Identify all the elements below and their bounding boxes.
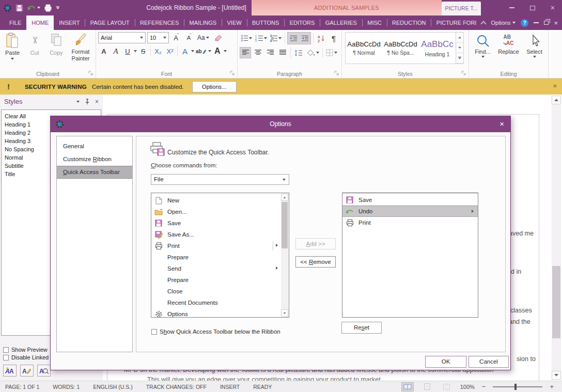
tab-buttons[interactable]: BUTTONS	[247, 15, 284, 30]
web-layout-button[interactable]	[441, 382, 453, 391]
highlight-dropdown-icon[interactable]	[208, 50, 211, 52]
add-button[interactable]: Add >>	[295, 238, 336, 249]
ribbon-minimize-icon[interactable]	[534, 22, 539, 23]
command-send[interactable]: Send	[151, 263, 289, 274]
disable-linked-checkbox-row[interactable]: Disable Linked S	[3, 354, 54, 360]
sort-button[interactable]: AZ	[316, 33, 327, 44]
justify-button[interactable]	[277, 47, 288, 58]
ribbon-close-icon[interactable]: ×	[554, 19, 558, 27]
command-print[interactable]: Print	[151, 240, 289, 252]
ribbon-restore-icon[interactable]	[544, 21, 549, 25]
qat-item-save[interactable]: Save	[342, 194, 478, 206]
customize-qat-button[interactable]	[56, 6, 59, 10]
zoom-slider-thumb[interactable]	[514, 384, 517, 390]
command-options[interactable]: Options	[151, 308, 289, 320]
show-paragraph-marks-button[interactable]: ¶	[328, 33, 339, 44]
show-preview-checkbox[interactable]	[3, 347, 9, 353]
command-open[interactable]: Open...	[151, 206, 289, 217]
help-icon[interactable]: ?	[521, 19, 528, 27]
show-preview-checkbox-row[interactable]: Show Preview	[3, 347, 54, 353]
disable-linked-checkbox[interactable]	[3, 355, 9, 360]
cancel-button[interactable]: Cancel	[469, 356, 509, 368]
nav-general[interactable]: General	[57, 140, 132, 153]
font-color-dropdown-icon[interactable]	[224, 50, 227, 52]
highlight-button[interactable]: ab	[195, 45, 208, 57]
font-dialog-launcher-icon[interactable]	[230, 71, 235, 76]
new-style-button[interactable]: AA	[3, 365, 17, 377]
tab-misc[interactable]: MISC	[362, 15, 387, 30]
qat-item-print[interactable]: Print	[342, 217, 478, 228]
qat-item-undo[interactable]: Undo	[342, 206, 478, 217]
security-close-icon[interactable]: ×	[553, 82, 557, 90]
app-icon[interactable]	[3, 4, 12, 12]
font-color-button[interactable]: A	[212, 45, 223, 57]
superscript-button[interactable]: X²	[164, 45, 176, 57]
gallery-scroll-down[interactable]	[456, 43, 463, 53]
bullets-button[interactable]	[240, 33, 253, 44]
bold-button[interactable]: A	[98, 45, 110, 57]
style-heading1[interactable]: AaBbCc Heading 1	[419, 33, 456, 64]
remove-button[interactable]: << Remove	[295, 256, 336, 268]
styles-dialog-launcher-icon[interactable]	[461, 71, 466, 76]
style-no-spacing[interactable]: AaBbCcDd ¶ No Spa...	[382, 33, 419, 64]
paste-dropdown-icon[interactable]	[11, 58, 14, 60]
security-options-button[interactable]: Options...	[192, 81, 237, 92]
zoom-out-button[interactable]: −	[482, 383, 486, 390]
status-language[interactable]: ENGLISH (U.S.)	[93, 384, 132, 390]
underline-button[interactable]: U	[122, 45, 133, 57]
command-prepare-2[interactable]: Prepare	[151, 274, 289, 286]
command-recent-documents[interactable]: Recent Documents	[151, 297, 289, 308]
tab-galleries[interactable]: GALLERIES	[320, 15, 362, 30]
list-scroll-down[interactable]	[281, 309, 288, 317]
scroll-up-button[interactable]	[552, 96, 561, 104]
show-below-ribbon-checkbox[interactable]	[151, 329, 157, 335]
scrollbar-thumb[interactable]	[552, 266, 560, 338]
zoom-slider[interactable]	[493, 384, 542, 390]
print-icon[interactable]	[44, 4, 52, 12]
line-spacing-button[interactable]	[293, 47, 304, 58]
font-family-select[interactable]: Arial	[98, 32, 146, 43]
gallery-more-button[interactable]	[456, 53, 463, 64]
status-track-changes[interactable]: TRACK CHANGES: OFF	[146, 384, 207, 390]
change-case-button[interactable]: Aa	[196, 32, 210, 43]
dialog-close-icon[interactable]: ×	[499, 119, 504, 129]
manage-styles-button[interactable]: A	[37, 365, 51, 377]
text-effects-button[interactable]: A	[179, 45, 191, 57]
tab-home[interactable]: HOME	[26, 15, 54, 30]
reset-button[interactable]: Reset	[341, 322, 382, 334]
command-save-as[interactable]: Save As...	[151, 229, 289, 240]
style-inspector-button[interactable]: A	[20, 365, 34, 377]
nav-customize-ribbon[interactable]: Customize Ribbon	[57, 153, 132, 166]
zoom-level[interactable]: 100%	[460, 384, 475, 390]
command-prepare[interactable]: Prepare	[151, 252, 289, 263]
ok-button[interactable]: OK	[425, 356, 466, 368]
command-save[interactable]: Save	[151, 217, 289, 229]
tab-reduction[interactable]: REDUCTION	[387, 15, 431, 30]
read-mode-button[interactable]	[401, 382, 414, 391]
clipboard-dialog-launcher-icon[interactable]	[88, 71, 93, 76]
show-below-ribbon-row[interactable]: Show Quick Access Toolbar below the Ribb…	[151, 326, 280, 336]
align-left-button[interactable]	[240, 47, 251, 58]
print-layout-button[interactable]	[421, 382, 433, 391]
multilevel-list-button[interactable]	[269, 33, 283, 44]
tab-view[interactable]: VIEW	[222, 15, 247, 30]
undo-button[interactable]	[27, 4, 40, 11]
vertical-scrollbar[interactable]	[552, 96, 561, 380]
scroll-down-button[interactable]	[552, 371, 561, 380]
command-list-scrollbar[interactable]	[281, 194, 288, 317]
status-words[interactable]: WORDS: 1	[53, 384, 80, 390]
list-scrollbar-thumb[interactable]	[282, 202, 288, 248]
styles-pane-dropdown-icon[interactable]	[76, 101, 80, 103]
status-insert-mode[interactable]: INSERT	[220, 384, 240, 390]
status-page[interactable]: PAGE: 1 OF 1	[5, 384, 39, 390]
close-icon[interactable]: ×	[551, 4, 555, 11]
tab-mailings[interactable]: MAILINGS	[184, 15, 222, 30]
italic-button[interactable]: A	[110, 45, 121, 57]
borders-button[interactable]	[325, 47, 338, 58]
font-size-select[interactable]: 10	[147, 32, 169, 43]
clear-formatting-button[interactable]	[212, 32, 223, 43]
options-menu[interactable]: Options	[491, 20, 516, 26]
choose-commands-select[interactable]: File	[151, 174, 289, 185]
command-new[interactable]: New	[151, 195, 289, 206]
save-icon[interactable]	[15, 4, 23, 12]
